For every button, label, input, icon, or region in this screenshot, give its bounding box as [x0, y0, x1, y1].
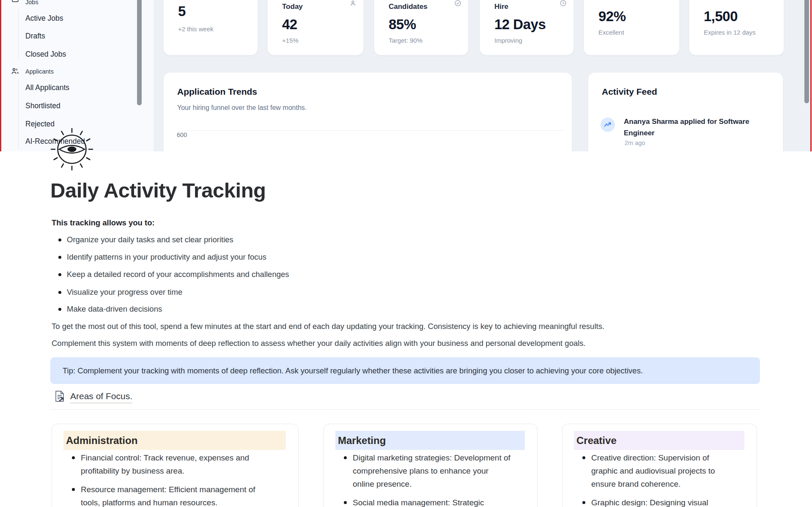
sidebar-section-label: Jobs — [25, 0, 38, 5]
stat-value: 12 Days — [494, 16, 546, 33]
list-item-text: Make data-driven decisions — [67, 304, 162, 313]
card-header: Administration — [63, 431, 286, 450]
feed-avatar — [601, 118, 615, 132]
users-icon — [11, 67, 19, 77]
tree-indent-line — [18, 9, 19, 59]
stat-title: Candidates — [389, 3, 428, 11]
stat-value: 92% — [598, 8, 626, 25]
list-item-text: Visualize your progress over time — [67, 288, 182, 296]
paragraph: To get the most out of this tool, spend … — [52, 322, 604, 331]
clock-icon — [560, 0, 567, 7]
link-label[interactable]: Areas of Focus. — [70, 391, 132, 403]
stat-value: 1,500 — [704, 8, 738, 25]
page-title: Daily Activity Tracking — [50, 178, 266, 202]
page-link-icon — [54, 390, 66, 403]
eye-logo-icon — [51, 128, 93, 170]
sidebar-item-label: Active Jobs — [25, 14, 63, 22]
sidebar-item-label: Drafts — [25, 32, 45, 40]
list-item: Keep a detailed record of your accomplis… — [67, 270, 289, 279]
sidebar-section-jobs[interactable]: Jobs — [25, 0, 152, 6]
stat-card-open-jobs: 5 +2 this week — [163, 0, 258, 55]
card-title: Administration — [63, 431, 286, 450]
stat-subtext: +15% — [282, 37, 299, 44]
y-axis-tick: 600 — [177, 132, 187, 138]
stat-card-job-views: 1,500 Expires in 12 days — [689, 0, 784, 55]
stat-value: 5 — [178, 3, 186, 19]
stat-card-shortlisted-candidates: Candidates 85% Target: 90% — [374, 0, 469, 55]
feed-entry-time: 2m ago — [625, 140, 645, 146]
card-bullet: Graphic design: Designing visual — [582, 496, 753, 507]
stat-subtext: Expires in 12 days — [704, 29, 756, 36]
trending-up-icon — [603, 120, 612, 131]
application-trends-title: Application Trends — [177, 87, 257, 97]
tree-indent-line — [18, 79, 19, 149]
card-bullet: Digital marketing strategies: Developmen… — [344, 451, 534, 491]
sidebar-item-rejected[interactable]: Rejected — [25, 120, 152, 129]
sidebar-section-label: Applicants — [25, 68, 54, 75]
page: Jobs Active Jobs Drafts Closed Jobs Appl… — [0, 0, 812, 507]
sidebar-item-label: Rejected — [25, 120, 55, 128]
stat-subtext: Target: 90% — [389, 37, 422, 44]
activity-feed-card: Activity Feed Ananya Sharma applied for … — [588, 72, 783, 151]
stat-card-applications-today: Today 42 +15% — [267, 0, 364, 55]
card-bullet: Resource management: Efficient managemen… — [72, 483, 295, 507]
sidebar-item-drafts[interactable]: Drafts — [25, 32, 152, 41]
list-item: Make data-driven decisions — [67, 304, 162, 314]
page-scrollbar[interactable] — [804, 0, 809, 103]
stat-value: 85% — [389, 16, 416, 33]
document-body: Daily Activity Tracking This tracking al… — [0, 151, 812, 507]
intro-heading: This tracking allows you to: — [52, 218, 155, 227]
list-item-text: Keep a detailed record of your accomplis… — [67, 270, 289, 279]
card-bullet: Financial control: Track revenue, expens… — [72, 451, 295, 477]
sidebar-item-label: Closed Jobs — [25, 50, 66, 58]
card-title: Marketing — [335, 431, 525, 450]
application-trends-subtitle: Your hiring funnel over the last few mon… — [177, 104, 307, 112]
sidebar-item-shortlisted[interactable]: Shortlisted — [25, 101, 152, 110]
card-title: Creative — [574, 431, 744, 450]
list-item: Identify patterns in your productivity a… — [67, 252, 266, 262]
crop-border-left — [0, 0, 1, 151]
creative-card: Creative Creative direction: Supervision… — [562, 424, 757, 507]
tip-callout: Tip: Complement your tracking with momen… — [50, 357, 760, 384]
card-header: Marketing — [335, 431, 525, 450]
stat-card-time-to-hire: Hire 12 Days Improving — [480, 0, 574, 55]
sidebar-section-applicants[interactable]: Applicants — [25, 68, 152, 75]
crop-border-right — [810, 0, 812, 151]
sidebar-item-label: Shortlisted — [25, 101, 60, 110]
application-trends-card: Application Trends Your hiring funnel ov… — [163, 72, 572, 151]
stat-subtext: +2 this week — [178, 25, 214, 33]
stat-subtext: Improving — [494, 37, 522, 44]
check-circle-icon — [454, 0, 461, 7]
list-item: Organize your daily tasks and set clear … — [67, 235, 233, 244]
chart-gridline — [188, 130, 564, 131]
card-bullet: Social media management: Strategic — [344, 496, 534, 507]
user-icon — [349, 0, 357, 7]
sidebar-item-all-applicants[interactable]: All Applicants — [25, 83, 152, 92]
list-item-text: Identify patterns in your productivity a… — [67, 252, 266, 261]
briefcase-icon — [11, 0, 19, 5]
stat-title: Hire — [494, 3, 508, 11]
paragraph: Complement this system with moments of d… — [52, 339, 586, 348]
activity-feed-title: Activity Feed — [602, 87, 657, 97]
sidebar-item-label: All Applicants — [25, 83, 69, 92]
list-item: Visualize your progress over time — [67, 288, 182, 297]
sidebar-scrollbar[interactable] — [137, 0, 142, 105]
sidebar-item-active-jobs[interactable]: Active Jobs — [25, 14, 152, 23]
stat-card-offer-acceptance: 92% Excellent — [584, 0, 680, 55]
stat-title: Today — [282, 3, 303, 11]
tip-text: Tip: Complement your tracking with momen… — [63, 366, 643, 375]
divider — [50, 409, 760, 410]
administration-card: Administration Financial control: Track … — [52, 424, 299, 507]
feed-entry-text: Ananya Sharma applied for Software Engin… — [624, 116, 749, 139]
list-item-text: Organize your daily tasks and set clear … — [67, 235, 233, 244]
stat-value: 42 — [282, 16, 297, 33]
card-bullet: Creative direction: Supervision of graph… — [582, 451, 753, 491]
dashboard-screenshot: Jobs Active Jobs Drafts Closed Jobs Appl… — [0, 0, 812, 151]
marketing-card: Marketing Digital marketing strategies: … — [324, 424, 538, 507]
stat-subtext: Excellent — [598, 29, 624, 36]
sidebar-item-closed-jobs[interactable]: Closed Jobs — [25, 50, 152, 59]
card-header: Creative — [574, 431, 744, 450]
